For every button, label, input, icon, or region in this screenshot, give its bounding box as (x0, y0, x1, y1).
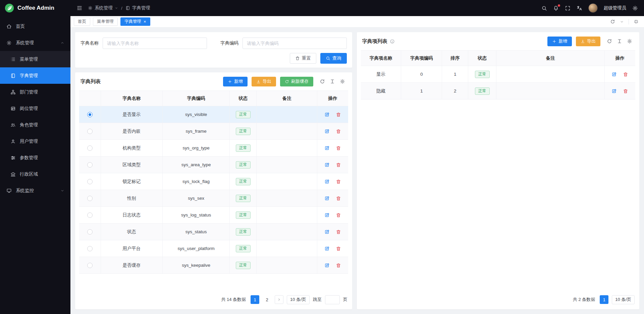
sidebar-item-dict-mgmt[interactable]: 字典管理 (0, 67, 70, 84)
delete-icon[interactable] (336, 162, 341, 168)
table-row[interactable]: 是否内嵌 sys_frame 正常 (79, 123, 348, 140)
page-size-select[interactable]: 10 条/页 (612, 295, 635, 304)
sidebar-item-param-mgmt[interactable]: 参数管理 (0, 149, 70, 166)
sidebar-item-region-mgmt[interactable]: 行政区域 (0, 166, 70, 182)
export-button[interactable]: 导出 (252, 77, 276, 86)
sidebar-group-system[interactable]: 系统管理 (0, 35, 70, 51)
fullscreen-exit-icon[interactable] (634, 19, 639, 24)
edit-icon[interactable] (324, 112, 330, 117)
gear-icon[interactable] (338, 77, 347, 86)
delete-icon[interactable] (623, 88, 628, 94)
table-row[interactable]: 锁定标记 sys_lock_flag 正常 (79, 173, 348, 190)
row-radio[interactable] (87, 162, 93, 168)
row-radio[interactable] (87, 179, 93, 184)
info-icon[interactable] (390, 39, 395, 44)
row-radio[interactable] (87, 263, 93, 268)
dict-item-panel: 字典项列表 新增 导出 (357, 32, 639, 309)
table-row[interactable]: 隐藏 1 2 正常 (361, 83, 635, 100)
delete-icon[interactable] (336, 129, 341, 134)
dict-name-input[interactable] (103, 38, 207, 49)
tab-home[interactable]: 首页 (74, 17, 90, 26)
edit-icon[interactable] (324, 162, 330, 168)
sidebar-item-home[interactable]: 首页 (0, 18, 70, 35)
table-row[interactable]: 区域类型 sys_area_type 正常 (79, 156, 348, 173)
delete-icon[interactable] (623, 72, 628, 77)
delete-icon[interactable] (336, 212, 341, 218)
page-size-select[interactable]: 10 条/页 (287, 295, 310, 304)
delete-icon[interactable] (336, 196, 341, 201)
edit-icon[interactable] (324, 145, 330, 151)
sidebar-item-user-mgmt[interactable]: 用户管理 (0, 133, 70, 149)
edit-icon[interactable] (324, 212, 330, 218)
add-label: 新增 (558, 38, 567, 44)
page-button-1[interactable]: 1 (251, 295, 259, 304)
edit-icon[interactable] (611, 88, 617, 94)
refresh-icon[interactable] (318, 77, 327, 86)
gear-icon[interactable] (625, 37, 634, 46)
delete-icon[interactable] (336, 179, 341, 184)
delete-icon[interactable] (336, 145, 341, 151)
add-button[interactable]: 新增 (223, 77, 248, 86)
sidebar-item-menu-mgmt[interactable]: 菜单管理 (0, 51, 70, 67)
table-row[interactable]: 用户平台 sys_user_platform 正常 (79, 240, 348, 257)
row-radio[interactable] (87, 212, 93, 218)
avatar[interactable] (588, 3, 598, 13)
collapse-sidebar-icon[interactable] (76, 5, 83, 11)
row-radio[interactable] (87, 129, 93, 134)
chevron-down-icon[interactable] (620, 20, 624, 24)
column-settings-icon[interactable] (615, 37, 624, 46)
page-button-1[interactable]: 1 (600, 295, 608, 304)
table-row[interactable]: 日志状态 sys_log_status 正常 (79, 207, 348, 224)
sidebar-item-post-mgmt[interactable]: 岗位管理 (0, 100, 70, 117)
edit-icon[interactable] (324, 196, 330, 201)
edit-icon[interactable] (324, 129, 330, 134)
breadcrumb-dict[interactable]: 字典管理 (125, 5, 150, 11)
sidebar-item-role-mgmt[interactable]: 角色管理 (0, 117, 70, 133)
jump-page-input[interactable] (325, 295, 340, 304)
table-row[interactable]: 显示 0 1 正常 (361, 66, 635, 83)
refresh-icon[interactable] (610, 19, 615, 24)
delete-icon[interactable] (336, 112, 341, 117)
delete-icon[interactable] (336, 246, 341, 251)
reset-button[interactable]: 重置 (290, 53, 316, 64)
delete-icon[interactable] (336, 263, 341, 268)
sidebar-group-monitor[interactable]: 系统监控 (0, 182, 70, 199)
edit-icon[interactable] (611, 72, 617, 77)
row-radio[interactable] (87, 145, 93, 151)
table-row[interactable]: 是否显示 sys_visible 正常 (79, 106, 348, 123)
tab-menu-mgmt[interactable]: 菜单管理 (93, 17, 118, 26)
fullscreen-icon[interactable] (565, 5, 571, 11)
sidebar-item-dept-mgmt[interactable]: 部门管理 (0, 84, 70, 100)
search-icon[interactable] (541, 5, 547, 11)
refresh-icon[interactable] (605, 37, 614, 46)
row-radio[interactable] (87, 112, 93, 117)
edit-icon[interactable] (324, 263, 330, 268)
table-row[interactable]: 是否缓存 sys_keepalive 正常 (79, 257, 348, 274)
next-page-button[interactable] (275, 295, 283, 304)
dict-code-input[interactable] (243, 38, 347, 49)
settings-gear-icon[interactable] (632, 5, 638, 11)
delete-icon[interactable] (336, 229, 341, 235)
add-item-button[interactable]: 新增 (547, 37, 572, 46)
export-item-button[interactable]: 导出 (576, 37, 600, 46)
query-button[interactable]: 查询 (320, 53, 347, 64)
edit-icon[interactable] (324, 229, 330, 235)
close-icon[interactable]: × (144, 19, 146, 24)
notification-bell-icon[interactable] (553, 5, 559, 11)
translate-icon[interactable] (577, 5, 582, 11)
tab-dict-mgmt[interactable]: 字典管理 × (120, 17, 150, 26)
table-row[interactable]: 性别 sys_sex 正常 (79, 190, 348, 207)
row-radio[interactable] (87, 229, 93, 235)
breadcrumb-system[interactable]: 系统管理 (88, 5, 118, 11)
edit-icon[interactable] (324, 179, 330, 184)
refresh-cache-button[interactable]: 刷新缓存 (280, 77, 313, 86)
table-row[interactable]: 机构类型 sys_org_type 正常 (79, 140, 348, 156)
cell-item-name: 显示 (361, 66, 401, 83)
row-radio[interactable] (87, 246, 93, 251)
page-button-2[interactable]: 2 (263, 295, 271, 304)
row-radio[interactable] (87, 196, 93, 201)
column-settings-icon[interactable] (328, 77, 337, 86)
cell-select (79, 173, 101, 190)
edit-icon[interactable] (324, 246, 330, 251)
table-row[interactable]: 状态 sys_status 正常 (79, 224, 348, 240)
